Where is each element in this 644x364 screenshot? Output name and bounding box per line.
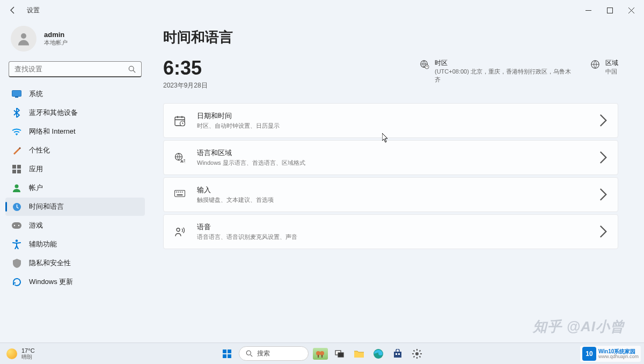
taskbar-search[interactable]: 搜索 [239, 346, 309, 361]
sidebar-item-privacy[interactable]: 隐私和安全性 [5, 254, 145, 272]
svg-point-34 [246, 351, 251, 355]
card-speech[interactable]: 语音 语音语言、语音识别麦克风设置、声音 [163, 214, 618, 249]
gaming-icon [12, 221, 21, 230]
svg-rect-31 [228, 350, 231, 353]
edge-icon [373, 348, 384, 359]
chevron-right-icon [599, 225, 607, 238]
svg-rect-7 [17, 165, 21, 169]
sidebar-item-accounts[interactable]: 帐户 [5, 179, 145, 197]
sidebar-item-label: 蓝牙和其他设备 [29, 108, 78, 118]
svg-point-5 [16, 134, 17, 135]
svg-rect-25 [178, 192, 179, 193]
svg-point-10 [15, 185, 19, 188]
region-info[interactable]: 区域 中国 [590, 59, 618, 76]
page-title: 时间和语言 [163, 28, 618, 47]
current-date: 2023年9月28日 [163, 81, 208, 90]
settings-button[interactable] [409, 346, 425, 361]
watermark-zhihu: 知乎 @AI小曾 [533, 317, 625, 336]
edge-button[interactable] [371, 346, 386, 361]
globe-clock-icon [420, 60, 429, 69]
search-icon [128, 65, 136, 73]
chevron-right-icon [599, 114, 607, 127]
svg-point-15 [16, 239, 18, 242]
sidebar-item-label: 个性化 [29, 145, 50, 155]
timezone-label: 时区 [435, 59, 574, 68]
back-arrow-icon [9, 6, 17, 14]
tree-icon [315, 350, 326, 358]
svg-rect-40 [338, 353, 343, 357]
card-typing[interactable]: 输入 触摸键盘、文本建议、首选项 [163, 177, 618, 212]
apps-icon [12, 164, 21, 174]
back-button[interactable] [6, 4, 19, 17]
sidebar-item-label: 系统 [29, 89, 43, 99]
sidebar-item-personalization[interactable]: 个性化 [5, 141, 145, 159]
store-icon [393, 349, 402, 359]
task-view-button[interactable] [332, 346, 347, 361]
svg-rect-33 [228, 354, 231, 358]
card-title: 日期和时间 [197, 111, 588, 121]
sidebar-item-time-language[interactable]: 时间和语言 [5, 198, 145, 216]
close-button[interactable] [620, 2, 642, 19]
svg-point-2 [129, 66, 134, 71]
sidebar-item-label: 游戏 [29, 221, 43, 230]
taskbar: 17°C 晴朗 搜索 [0, 343, 644, 364]
svg-rect-43 [396, 353, 397, 355]
svg-rect-42 [394, 352, 401, 358]
card-title: 输入 [197, 185, 588, 195]
accessibility-icon [12, 239, 21, 249]
folder-icon [354, 349, 364, 359]
svg-rect-9 [17, 170, 21, 173]
sidebar-item-network[interactable]: 网络和 Internet [5, 122, 145, 141]
svg-rect-30 [223, 350, 226, 353]
search-input[interactable] [14, 65, 128, 73]
start-button[interactable] [219, 346, 235, 361]
taskbar-widget[interactable] [313, 348, 328, 360]
sidebar-item-accessibility[interactable]: 辅助功能 [5, 235, 145, 253]
timezone-info[interactable]: 时区 (UTC+08:00) 北京，重庆，香港特别行政区，乌鲁木齐 [420, 59, 574, 84]
sun-icon [6, 348, 17, 359]
brand-url: www.qdhuajin.com [598, 354, 639, 360]
store-button[interactable] [390, 346, 405, 361]
minimize-button[interactable] [577, 2, 599, 19]
file-explorer-button[interactable] [352, 346, 367, 361]
nav-list: 系统蓝牙和其他设备网络和 Internet个性化应用帐户时间和语言游戏辅助功能隐… [5, 85, 145, 291]
profile-block[interactable]: admin 本地帐户 [5, 20, 145, 61]
sidebar-item-apps[interactable]: 应用 [5, 160, 145, 178]
minimize-icon [586, 8, 591, 13]
svg-rect-8 [12, 170, 16, 173]
search-box[interactable] [9, 61, 142, 77]
sidebar-item-label: 网络和 Internet [29, 127, 76, 136]
time-language-icon [12, 202, 21, 212]
language-region-icon: A字 [174, 152, 185, 163]
update-icon [12, 277, 21, 287]
svg-point-29 [177, 228, 180, 231]
region-value: 中国 [605, 68, 618, 76]
date-time-icon [174, 115, 185, 126]
card-subtitle: 触摸键盘、文本建议、首选项 [197, 196, 588, 204]
maximize-button[interactable] [599, 2, 620, 19]
card-date-time[interactable]: 日期和时间 时区、自动时钟设置、日历显示 [163, 103, 618, 138]
svg-rect-24 [176, 192, 177, 193]
maximize-icon [607, 8, 613, 13]
card-title: 语音 [197, 222, 588, 232]
person-icon [16, 31, 32, 47]
chevron-right-icon [599, 151, 607, 164]
card-title: 语言和区域 [197, 148, 588, 158]
svg-rect-27 [182, 192, 183, 193]
sidebar-item-bluetooth[interactable]: 蓝牙和其他设备 [5, 104, 145, 122]
window-controls [577, 2, 642, 19]
sidebar-item-gaming[interactable]: 游戏 [5, 216, 145, 235]
card-subtitle: 时区、自动时钟设置、日历显示 [197, 122, 588, 130]
svg-rect-6 [12, 165, 16, 169]
sidebar: admin 本地帐户 系统蓝牙和其他设备网络和 Internet个性化应用帐户时… [0, 20, 150, 343]
sidebar-item-update[interactable]: Windows 更新 [5, 273, 145, 291]
sidebar-item-label: 时间和语言 [29, 202, 64, 212]
card-subtitle: 语音语言、语音识别麦克风设置、声音 [197, 233, 588, 241]
sidebar-item-system[interactable]: 系统 [5, 85, 145, 103]
card-language-region[interactable]: A字 语言和区域 Windows 显示语言、首选语言、区域格式 [163, 140, 618, 175]
privacy-icon [12, 258, 21, 268]
svg-rect-37 [318, 355, 319, 358]
speech-icon [174, 227, 185, 237]
svg-text:A字: A字 [180, 158, 185, 163]
taskbar-weather[interactable]: 17°C 晴朗 [0, 347, 35, 360]
